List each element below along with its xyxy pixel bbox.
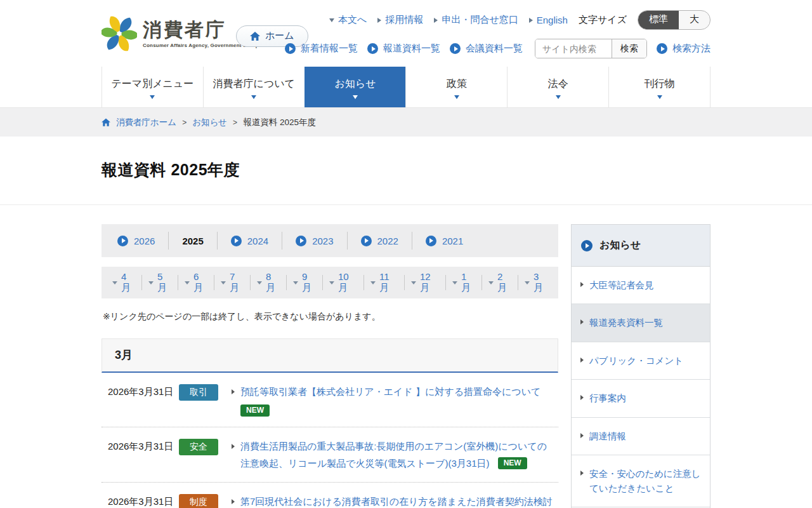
sidebar-item-label: 大臣等記者会見 xyxy=(589,278,654,292)
month-tab-label: 2月 xyxy=(497,271,511,294)
breadcrumb-separator: > xyxy=(233,118,237,127)
font-size-label: 文字サイズ xyxy=(579,14,627,26)
nav-tab-about[interactable]: 消費者庁について xyxy=(203,67,304,107)
font-size-toggle: 標準 大 xyxy=(638,10,710,30)
month-tab-label: 4月 xyxy=(121,271,135,294)
news-link[interactable]: 第7回現代社会における消費者取引の在り方を踏まえた消費者契約法検討会ワーキンググ… xyxy=(240,496,553,508)
circle-arrow-icon xyxy=(450,43,461,54)
search-button[interactable]: 検索 xyxy=(612,39,646,58)
font-size-large-button[interactable]: 大 xyxy=(679,11,710,29)
chevron-down-icon xyxy=(257,281,262,284)
sidebar-item-label: 調達情報 xyxy=(589,429,626,443)
page-title: 報道資料 2025年度 xyxy=(102,137,710,204)
month-section-header: 3月 xyxy=(102,338,558,373)
month-tab-feb[interactable]: 2月 xyxy=(482,275,518,290)
search-input[interactable] xyxy=(535,39,612,58)
nav-tab-label: 刊行物 xyxy=(645,77,675,91)
month-tab-mar[interactable]: 3月 xyxy=(518,275,554,290)
meeting-list-label: 会議資料一覧 xyxy=(466,43,523,55)
breadcrumb-news-link[interactable]: お知らせ xyxy=(192,117,227,128)
month-tab-oct[interactable]: 10月 xyxy=(323,275,364,290)
recruit-link[interactable]: 採用情報 xyxy=(377,14,423,26)
sidebar-item-safety-cautions[interactable]: 安全・安心のために注意していただきたいこと xyxy=(572,455,710,507)
new-info-list-link[interactable]: 新着情報一覧 xyxy=(285,43,358,55)
english-label: English xyxy=(537,15,568,25)
breadcrumb-separator: > xyxy=(182,118,187,127)
nav-tab-theme-menu[interactable]: テーマ別メニュー xyxy=(102,67,203,107)
month-tab-label: 8月 xyxy=(266,271,280,294)
year-tab-label: 2023 xyxy=(312,236,333,246)
nav-tab-news[interactable]: お知らせ xyxy=(304,67,406,107)
month-tab-sep[interactable]: 9月 xyxy=(287,275,323,290)
chevron-down-icon xyxy=(148,281,154,284)
month-tab-jun[interactable]: 6月 xyxy=(178,275,214,290)
year-tab-label: 2025 xyxy=(182,236,203,246)
month-tab-label: 7月 xyxy=(230,271,244,294)
skip-to-content-link[interactable]: 本文へ xyxy=(329,14,367,26)
news-link[interactable]: 預託等取引業者【株式会社リア・エイド 】に対する措置命令について xyxy=(240,386,540,397)
inquiry-link[interactable]: 申出・問合せ窓口 xyxy=(434,14,518,26)
circle-arrow-icon xyxy=(296,236,306,246)
chevron-down-icon xyxy=(370,281,376,284)
nav-tab-label: お知らせ xyxy=(335,77,376,91)
breadcrumb-strip: 消費者庁ホーム > お知らせ > 報道資料 2025年度 xyxy=(0,108,812,137)
year-tab-2026[interactable]: 2026 xyxy=(104,232,169,250)
sidebar-item-press-conference[interactable]: 大臣等記者会見 xyxy=(572,267,710,304)
sidebar-item-procurement[interactable]: 調達情報 xyxy=(572,418,710,455)
new-info-list-label: 新着情報一覧 xyxy=(301,43,358,55)
month-tab-jul[interactable]: 7月 xyxy=(214,275,251,290)
circle-arrow-icon xyxy=(581,240,593,251)
month-tab-nov[interactable]: 11月 xyxy=(364,275,405,290)
year-tab-2024[interactable]: 2024 xyxy=(218,232,282,250)
month-tab-apr[interactable]: 4月 xyxy=(106,275,142,290)
month-tab-dec[interactable]: 12月 xyxy=(405,275,446,290)
month-tab-aug[interactable]: 8月 xyxy=(251,275,287,290)
chevron-down-icon xyxy=(411,281,416,284)
sidebar-item-label: パブリック・コメント xyxy=(589,354,683,368)
sidebar-header: お知らせ xyxy=(572,225,710,267)
font-size-standard-button[interactable]: 標準 xyxy=(638,11,679,29)
press-list-link[interactable]: 報道資料一覧 xyxy=(367,43,440,55)
month-tab-label: 12月 xyxy=(420,271,439,294)
month-tab-may[interactable]: 5月 xyxy=(142,275,178,290)
year-tab-2021[interactable]: 2021 xyxy=(412,232,476,250)
nav-tab-policy[interactable]: 政策 xyxy=(405,67,507,107)
nav-tab-publications[interactable]: 刊行物 xyxy=(608,67,710,107)
year-tabs: 2026 2025 2024 2023 2022 2021 xyxy=(102,224,558,257)
sidebar-item-events[interactable]: 行事案内 xyxy=(572,380,710,417)
nav-tab-label: 政策 xyxy=(447,77,467,91)
circle-arrow-icon xyxy=(367,43,378,54)
sidebar-item-label: 報道発表資料一覧 xyxy=(589,316,663,330)
circle-arrow-icon xyxy=(231,236,242,246)
chevron-down-icon xyxy=(454,95,459,99)
month-tab-label: 11月 xyxy=(379,271,398,294)
news-item: 2026年3月31日 安全 消費生活用製品の重大製品事故:長期使用のエアコン(室… xyxy=(102,427,558,483)
press-list-label: 報道資料一覧 xyxy=(383,43,440,55)
sidebar-title: お知らせ xyxy=(599,239,641,252)
breadcrumb-home-link[interactable]: 消費者庁ホーム xyxy=(116,117,176,128)
english-link[interactable]: English xyxy=(529,15,568,25)
month-tab-label: 9月 xyxy=(302,271,316,294)
site-header: 消費者庁 Consumer Affairs Agency, Government… xyxy=(0,0,812,67)
month-tab-jan[interactable]: 1月 xyxy=(446,275,482,290)
news-date: 2026年3月31日 xyxy=(108,493,179,508)
meeting-list-link[interactable]: 会議資料一覧 xyxy=(450,43,523,55)
year-tab-2023[interactable]: 2023 xyxy=(282,232,347,250)
arrow-right-icon xyxy=(580,358,584,363)
sidebar-item-label: 行事案内 xyxy=(589,391,626,405)
sidebar-item-public-comment[interactable]: パブリック・コメント xyxy=(572,342,710,380)
skip-to-content-label: 本文へ xyxy=(338,14,367,26)
breadcrumb-current: 報道資料 2025年度 xyxy=(243,117,316,128)
month-tab-label: 10月 xyxy=(338,271,357,294)
category-badge-anzen: 安全 xyxy=(179,439,218,455)
chevron-down-icon xyxy=(150,95,155,99)
new-badge: NEW xyxy=(240,404,270,417)
search-help-link[interactable]: 検索方法 xyxy=(657,43,710,55)
triangle-right-icon xyxy=(434,18,438,23)
news-item: 2026年3月31日 取引 預託等取引業者【株式会社リア・エイド 】に対する措置… xyxy=(102,373,558,427)
chevron-down-icon xyxy=(221,281,226,284)
year-tab-2022[interactable]: 2022 xyxy=(348,232,412,250)
chevron-down-icon xyxy=(112,281,117,284)
sidebar-item-press-releases[interactable]: 報道発表資料一覧 xyxy=(572,304,710,342)
nav-tab-laws[interactable]: 法令 xyxy=(507,67,608,107)
